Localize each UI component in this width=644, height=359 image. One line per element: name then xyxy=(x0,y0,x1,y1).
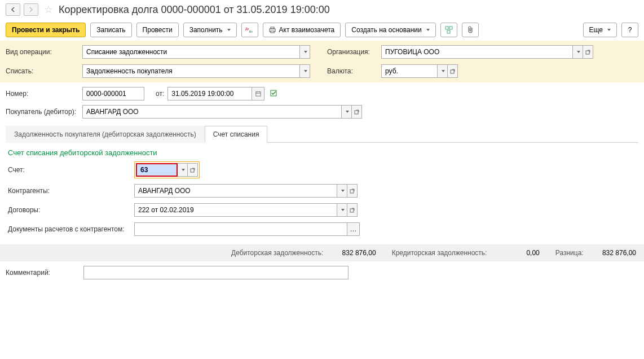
account-label: Счет: xyxy=(8,166,131,174)
external-icon xyxy=(354,109,360,115)
date-input[interactable] xyxy=(167,87,252,100)
buyer-dropdown[interactable] xyxy=(342,105,352,119)
svg-text:Кт: Кт xyxy=(249,30,253,33)
print-icon xyxy=(269,27,276,33)
settlement-docs-label: Документы расчетов с контрагентом: xyxy=(8,225,131,233)
paperclip-icon xyxy=(467,26,474,34)
fill-label: Заполнить xyxy=(189,26,223,34)
svg-rect-15 xyxy=(355,111,358,114)
chevron-down-icon xyxy=(182,169,185,171)
currency-label: Валюта: xyxy=(327,67,378,75)
contracts-open[interactable] xyxy=(347,203,358,217)
org-label: Организация: xyxy=(327,48,378,56)
svg-rect-10 xyxy=(256,92,261,97)
chevron-down-icon xyxy=(442,70,445,72)
chevron-down-icon xyxy=(346,111,349,113)
tab-writeoff-account[interactable]: Счет списания xyxy=(205,126,268,143)
svg-rect-5 xyxy=(445,27,448,29)
create-based-button[interactable]: Создать на основании xyxy=(345,23,436,37)
cred-label: Кредиторская задолженность: xyxy=(392,249,487,257)
offset-act-button[interactable]: Акт взаимозачета xyxy=(263,23,341,37)
currency-open[interactable] xyxy=(448,64,458,78)
external-icon xyxy=(350,188,355,194)
svg-text:Дт: Дт xyxy=(245,27,249,30)
writeoff-section-title: Счет списания дебиторской задолженности xyxy=(8,148,636,157)
svg-rect-8 xyxy=(586,51,589,54)
writeoff-type-label: Списать: xyxy=(6,67,79,75)
currency-dropdown[interactable] xyxy=(438,64,448,78)
settlement-docs-input[interactable] xyxy=(134,222,347,236)
forward-button[interactable] xyxy=(24,3,38,16)
chevron-down-icon xyxy=(426,29,430,31)
org-dropdown[interactable] xyxy=(573,45,583,59)
org-open[interactable] xyxy=(583,45,593,59)
diff-value: 832 876,00 xyxy=(585,249,636,257)
operation-kind-dropdown[interactable] xyxy=(300,45,310,59)
svg-rect-3 xyxy=(271,27,274,29)
writeoff-type-dropdown[interactable] xyxy=(300,64,310,78)
more-button[interactable]: Еще xyxy=(583,23,617,37)
comment-label: Комментарий: xyxy=(6,269,79,277)
tabs: Задолженность покупателя (дебиторская за… xyxy=(6,125,638,143)
svg-rect-4 xyxy=(271,31,274,33)
comment-input[interactable] xyxy=(83,266,349,279)
arrow-left-icon xyxy=(10,7,16,12)
help-button[interactable]: ? xyxy=(621,23,638,37)
write-button[interactable]: Записать xyxy=(90,23,131,37)
counterparty-dropdown[interactable] xyxy=(337,184,347,198)
org-input[interactable] xyxy=(381,45,573,59)
account-dropdown[interactable] xyxy=(178,163,188,177)
counterparty-input[interactable] xyxy=(134,184,337,198)
calendar-button[interactable] xyxy=(252,87,264,100)
external-icon xyxy=(585,49,591,55)
from-label: от: xyxy=(156,90,164,98)
operation-kind-input[interactable] xyxy=(82,45,300,59)
contracts-input[interactable] xyxy=(134,203,337,217)
currency-input[interactable] xyxy=(381,64,438,78)
svg-rect-7 xyxy=(447,30,450,33)
deb-value: 832 876,00 xyxy=(325,249,376,257)
buyer-input[interactable] xyxy=(82,105,342,119)
number-input[interactable] xyxy=(82,87,144,100)
external-icon xyxy=(450,68,456,74)
svg-rect-6 xyxy=(449,27,452,29)
cred-value: 0,00 xyxy=(489,249,540,257)
svg-rect-17 xyxy=(350,190,354,193)
page-title: Корректировка долга 0000-000001 от 31.05… xyxy=(59,4,330,16)
star-icon[interactable]: ☆ xyxy=(44,3,53,16)
attach-button[interactable] xyxy=(462,23,479,37)
chevron-down-icon xyxy=(227,29,231,31)
counterparty-label: Контрагенты: xyxy=(8,187,131,195)
posted-status-icon xyxy=(270,89,279,99)
contracts-dropdown[interactable] xyxy=(337,203,347,217)
dtkt-button[interactable]: ДтКт xyxy=(241,23,258,37)
account-input[interactable] xyxy=(136,163,178,177)
structure-button[interactable] xyxy=(440,23,457,37)
back-button[interactable] xyxy=(6,3,20,16)
svg-rect-9 xyxy=(451,70,454,73)
fill-button[interactable]: Заполнить xyxy=(183,23,237,37)
chevron-down-icon xyxy=(341,190,345,192)
number-label: Номер: xyxy=(6,90,79,98)
deb-label: Дебиторская задолженность: xyxy=(231,249,323,257)
tab-debt[interactable]: Задолженность покупателя (дебиторская за… xyxy=(6,126,205,143)
svg-rect-16 xyxy=(191,169,194,172)
calendar-icon xyxy=(255,91,261,97)
buyer-label: Покупатель (дебитор): xyxy=(6,108,79,116)
totals-bar: Дебиторская задолженность: 832 876,00 Кр… xyxy=(0,244,644,261)
chevron-down-icon xyxy=(607,29,611,31)
settlement-docs-select[interactable]: … xyxy=(347,222,360,236)
diff-label: Разница: xyxy=(555,249,584,257)
chevron-down-icon xyxy=(341,209,345,211)
buyer-open[interactable] xyxy=(352,105,362,119)
arrow-right-icon xyxy=(28,7,34,12)
writeoff-type-input[interactable] xyxy=(82,64,300,78)
counterparty-open[interactable] xyxy=(347,184,358,198)
dtkt-icon: ДтКт xyxy=(245,27,254,33)
post-button[interactable]: Провести xyxy=(136,23,179,37)
chevron-down-icon xyxy=(577,51,580,53)
post-and-close-button[interactable]: Провести и закрыть xyxy=(6,23,86,37)
structure-icon xyxy=(445,26,453,34)
account-open[interactable] xyxy=(188,163,198,177)
contracts-label: Договоры: xyxy=(8,206,131,214)
